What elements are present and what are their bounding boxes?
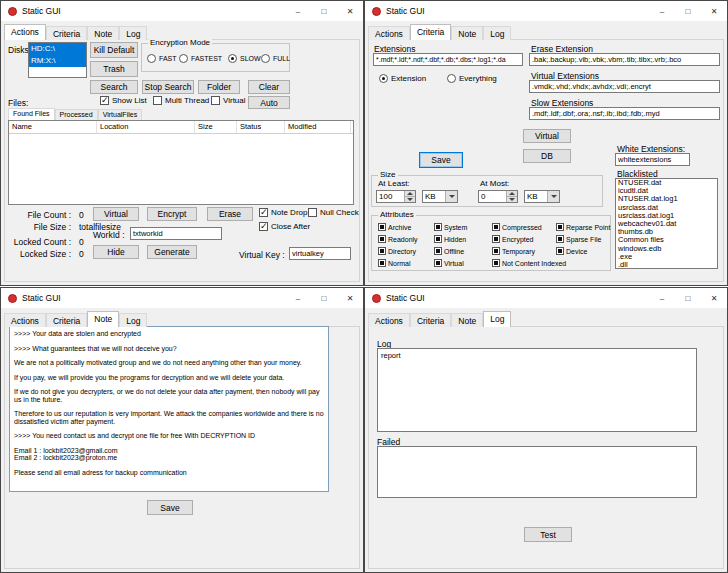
blacklisted-item[interactable]: .exe	[616, 253, 717, 261]
white-extensions-input[interactable]: whiteextensions	[615, 153, 690, 166]
slow-extensions-input[interactable]: .mdf;.ldf;.dbf;.ora;.nsf;.ib;.ibd;.fdb;.…	[529, 107, 720, 120]
close-button[interactable]: ✕	[701, 288, 727, 308]
virtual-button[interactable]: Virtual	[523, 129, 571, 143]
tab-criteria[interactable]: Criteria	[410, 24, 451, 40]
attr-virtual-checkbox[interactable]: Virtual	[434, 259, 464, 267]
close-after-checkbox[interactable]: Close After	[259, 222, 310, 231]
at-least-unit-select[interactable]: KB	[422, 190, 458, 203]
multi-thread-checkbox[interactable]: Multi Thread	[153, 96, 209, 105]
ransom-note-textarea[interactable]: >>>> Your data are stolen and encrypted …	[9, 326, 329, 492]
column-size[interactable]: Size	[195, 121, 237, 133]
log-textarea[interactable]: report	[377, 348, 697, 432]
stop-search-button[interactable]: Stop Search	[142, 80, 194, 94]
generate-button[interactable]: Generate	[147, 245, 197, 259]
null-check-checkbox[interactable]: Null Check	[308, 208, 359, 217]
attr-hidden-checkbox[interactable]: Hidden	[434, 235, 466, 243]
maximize-button[interactable]: □	[311, 288, 337, 308]
attr-system-checkbox[interactable]: System	[434, 223, 467, 231]
disk-item[interactable]: HD:C:\	[29, 43, 86, 55]
workid-input[interactable]: txtworkid	[130, 227, 222, 240]
tab-found-files[interactable]: Found Files	[8, 108, 55, 120]
maximize-button[interactable]: □	[311, 1, 337, 21]
tab-log[interactable]: Log	[119, 313, 147, 327]
tab-criteria[interactable]: Criteria	[46, 26, 87, 40]
column-status[interactable]: Status	[237, 121, 285, 133]
maximize-button[interactable]: □	[675, 1, 701, 21]
db-button[interactable]: DB	[523, 149, 571, 163]
trash-button[interactable]: Trash	[90, 61, 138, 77]
search-button[interactable]: Search	[90, 80, 138, 94]
title-bar[interactable]: Static GUI – □ ✕	[1, 288, 363, 308]
kill-default-button[interactable]: Kill Default	[90, 42, 138, 58]
erase-button[interactable]: Erase	[207, 207, 253, 221]
at-most-unit-select[interactable]: KB	[524, 190, 560, 203]
maximize-button[interactable]: □	[675, 288, 701, 308]
tab-criteria[interactable]: Criteria	[410, 313, 451, 327]
attr-not-content-indexed-checkbox[interactable]: Not Content Indexed	[492, 259, 566, 267]
blacklisted-listbox[interactable]: NTUSER.dat icudtl.dat NTUSER.dat.log1 us…	[615, 178, 718, 269]
tab-note[interactable]: Note	[87, 26, 119, 40]
title-bar[interactable]: Static GUI – □ ✕	[365, 288, 727, 308]
chevron-down-icon[interactable]	[547, 191, 559, 202]
failed-textarea[interactable]	[377, 446, 697, 498]
column-name[interactable]: Name	[9, 121, 97, 133]
clear-button[interactable]: Clear	[248, 80, 290, 94]
tab-log[interactable]: Log	[119, 26, 147, 40]
auto-button[interactable]: Auto	[248, 96, 290, 109]
column-location[interactable]: Location	[97, 121, 195, 133]
minimize-button[interactable]: –	[649, 1, 675, 21]
at-least-spinner[interactable]: 100	[376, 190, 416, 203]
attr-normal-checkbox[interactable]: Normal	[378, 259, 411, 267]
extension-radio[interactable]: Extension	[379, 74, 426, 83]
radio-fast[interactable]: FAST	[147, 54, 177, 63]
blacklisted-item[interactable]: .dll	[616, 261, 717, 269]
virtual-key-input[interactable]: virtualkey	[289, 247, 351, 260]
spin-down-icon[interactable]	[405, 196, 415, 202]
attr-compressed-checkbox[interactable]: Compressed	[492, 223, 542, 231]
radio-fastest[interactable]: FASTEST	[179, 54, 222, 63]
attr-device-checkbox[interactable]: Device	[556, 247, 587, 255]
tab-note[interactable]: Note	[87, 311, 119, 327]
tab-note[interactable]: Note	[451, 26, 483, 40]
radio-slow[interactable]: SLOW	[228, 54, 261, 63]
close-button[interactable]: ✕	[337, 288, 363, 308]
tab-note[interactable]: Note	[451, 313, 483, 327]
close-button[interactable]: ✕	[701, 1, 727, 21]
chevron-down-icon[interactable]	[445, 191, 457, 202]
show-list-checkbox[interactable]: Show List	[100, 96, 147, 105]
tab-log[interactable]: Log	[483, 26, 511, 40]
attr-readonly-checkbox[interactable]: Readonly	[378, 235, 418, 243]
virtual-extensions-input[interactable]: .vmdk;.vhd;.vhdx;.avhdx;.vdi;.encryt	[529, 80, 720, 93]
erase-extension-input[interactable]: .bak;.backup;.vib;.vbk;.vbm;.tib;.tibx;.…	[529, 53, 720, 66]
spin-down-icon[interactable]	[507, 196, 517, 202]
encrypt-button[interactable]: Encrypt	[147, 207, 197, 221]
tab-actions[interactable]: Actions	[4, 24, 46, 40]
attr-reparse-point-checkbox[interactable]: Reparse Point	[556, 223, 610, 231]
attr-directory-checkbox[interactable]: Directory	[378, 247, 416, 255]
attr-offline-checkbox[interactable]: Offline	[434, 247, 464, 255]
tab-processed[interactable]: Processed	[55, 109, 98, 120]
test-button[interactable]: Test	[524, 527, 572, 542]
folder-button[interactable]: Folder	[198, 80, 240, 94]
close-button[interactable]: ✕	[337, 1, 363, 21]
disks-listbox[interactable]: HD:C:\ RM:X:\	[28, 42, 87, 78]
disk-item[interactable]: RM:X:\	[29, 55, 86, 67]
minimize-button[interactable]: –	[649, 288, 675, 308]
minimize-button[interactable]: –	[285, 1, 311, 21]
attr-temporary-checkbox[interactable]: Temporary	[492, 247, 535, 255]
save-button[interactable]: Save	[419, 152, 463, 168]
tab-virtualfiles[interactable]: VirtualFiles	[98, 109, 143, 120]
attr-archive-checkbox[interactable]: Archive	[378, 223, 411, 231]
tab-actions[interactable]: Actions	[368, 26, 410, 40]
save-note-button[interactable]: Save	[147, 500, 193, 515]
attr-sparse-file-checkbox[interactable]: Sparse File	[556, 235, 601, 243]
title-bar[interactable]: Static GUI – □ ✕	[1, 1, 363, 21]
column-modified[interactable]: Modified	[285, 121, 351, 133]
title-bar[interactable]: Static GUI – □ ✕	[365, 1, 727, 21]
extensions-input[interactable]: *.mdf;*.ldf;*.ndf;*.dbf;*.db;*.dbs;*.log…	[373, 53, 523, 66]
everything-radio[interactable]: Everything	[447, 74, 497, 83]
virtual-button[interactable]: Virtual	[93, 207, 139, 221]
found-files-table[interactable]: Name Location Size Status Modified	[8, 120, 354, 205]
tab-actions[interactable]: Actions	[368, 313, 410, 327]
tab-actions[interactable]: Actions	[4, 313, 46, 327]
